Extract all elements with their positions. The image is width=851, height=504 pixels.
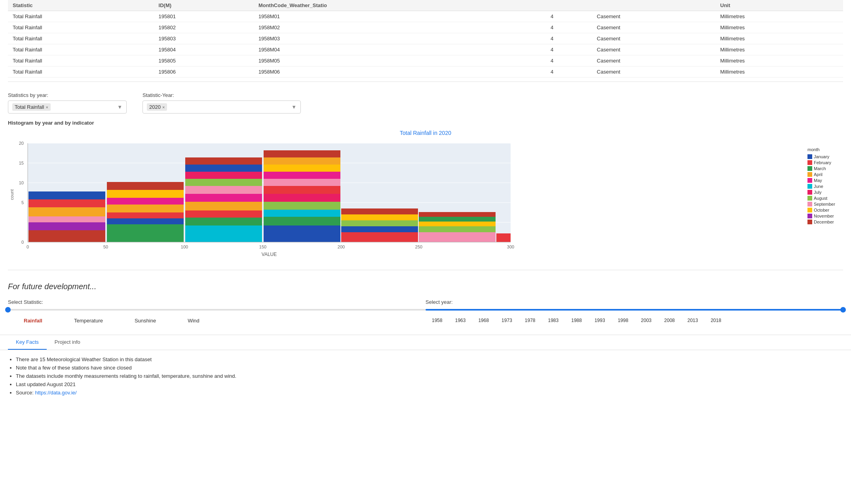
- year-slider-track[interactable]: [426, 309, 843, 311]
- histogram-label: Histogram by year and by indicator: [8, 120, 843, 126]
- statistic-year-tag-close[interactable]: ×: [162, 105, 165, 110]
- table-row: Total Rainfall1958031958M034CasementMill…: [8, 33, 843, 44]
- svg-text:150: 150: [259, 244, 266, 249]
- svg-rect-34: [185, 165, 262, 172]
- legend-month-label: July: [814, 190, 822, 195]
- svg-rect-23: [107, 198, 184, 205]
- table-cell: Millimetres: [716, 44, 843, 55]
- statistics-by-year-arrow: ▼: [117, 104, 122, 110]
- future-section: For future development... Select Statist…: [0, 274, 851, 335]
- sliders-row: Select Statistic: Rainfall Temperature S…: [8, 299, 843, 327]
- svg-rect-55: [419, 217, 496, 222]
- key-fact-item: Last updated August 2021: [16, 381, 843, 387]
- table-cell: Total Rainfall: [8, 55, 154, 66]
- table-row: Total Rainfall1958021958M024CasementMill…: [8, 22, 843, 33]
- table-cell: Total Rainfall: [8, 66, 154, 78]
- data-table: Statistic ID(M) MonthCode_Weather_Statio…: [8, 0, 843, 78]
- svg-text:300: 300: [507, 244, 514, 249]
- svg-text:50: 50: [103, 244, 108, 249]
- svg-rect-40: [264, 194, 340, 202]
- year-option[interactable]: 1993: [588, 315, 612, 326]
- svg-rect-29: [185, 202, 262, 210]
- year-option[interactable]: 1978: [519, 315, 542, 326]
- legend-swatch: [807, 184, 812, 189]
- legend-swatch: [807, 196, 812, 201]
- statistics-by-year-select[interactable]: Total Rainfall × ▼: [8, 100, 127, 114]
- legend-month-label: November: [814, 214, 834, 218]
- tab-content-key-facts: There are 15 Meteorological Weather Stat…: [0, 350, 851, 404]
- year-slider-thumb[interactable]: [840, 307, 846, 313]
- key-fact-item: Source: https://data.gov.ie/: [16, 390, 843, 396]
- year-option[interactable]: 1968: [472, 315, 495, 326]
- svg-rect-51: [341, 208, 418, 214]
- table-cell: Casement: [592, 33, 716, 44]
- svg-rect-14: [28, 222, 105, 230]
- statistic-year-tag: 2020 ×: [147, 103, 167, 111]
- year-option[interactable]: 1963: [449, 315, 472, 326]
- svg-rect-20: [107, 218, 184, 224]
- svg-rect-52: [419, 232, 496, 242]
- table-cell: Casement: [592, 11, 716, 22]
- legend-swatch: [807, 178, 812, 183]
- legend-item: December: [807, 220, 843, 224]
- year-option[interactable]: 1983: [542, 315, 565, 326]
- table-cell: Millimetres: [716, 55, 843, 66]
- legend-swatch: [807, 220, 812, 224]
- year-option[interactable]: 1998: [612, 315, 635, 326]
- table-row: Total Rainfall1958011958M014CasementMill…: [8, 11, 843, 22]
- tabs-bar: Key Facts Project info: [0, 335, 851, 350]
- legend-month-label: April: [814, 172, 823, 177]
- table-cell: 195806: [154, 66, 254, 78]
- table-cell: Millimetres: [716, 33, 843, 44]
- statistic-slider-track[interactable]: [8, 309, 426, 311]
- table-cell: 1958M06: [254, 66, 546, 78]
- divider-2: [8, 270, 843, 270]
- legend-month-label: June: [814, 184, 823, 189]
- table-cell: Total Rainfall: [8, 11, 154, 22]
- legend-item: July: [807, 190, 843, 195]
- stat-option-temperature[interactable]: Temperature: [58, 315, 119, 327]
- table-cell: 4: [546, 11, 592, 22]
- legend-month-label: October: [814, 208, 829, 212]
- svg-rect-25: [107, 182, 184, 190]
- key-fact-item: Note that a few of these stations have s…: [16, 365, 843, 371]
- year-option[interactable]: 2018: [704, 315, 728, 326]
- histogram-svg: 20 15 10 5 0 count: [8, 139, 522, 258]
- svg-text:count: count: [9, 189, 14, 200]
- year-option[interactable]: 1988: [565, 315, 588, 326]
- year-option[interactable]: 2013: [681, 315, 705, 326]
- svg-rect-35: [185, 157, 262, 165]
- year-option[interactable]: 1973: [495, 315, 519, 326]
- statistics-by-year-tag-close[interactable]: ×: [46, 105, 48, 110]
- year-option[interactable]: 1958: [426, 315, 449, 326]
- svg-rect-13: [28, 230, 105, 242]
- statistic-slider-thumb[interactable]: [5, 307, 11, 313]
- table-cell: Casement: [592, 66, 716, 78]
- year-option[interactable]: 2003: [634, 315, 658, 326]
- svg-text:0: 0: [27, 244, 29, 249]
- source-link[interactable]: https://data.gov.ie/: [35, 390, 76, 396]
- svg-rect-22: [107, 205, 184, 212]
- col-num: [546, 0, 592, 11]
- legend-item: January: [807, 154, 843, 159]
- svg-rect-28: [185, 210, 262, 218]
- svg-rect-47: [341, 232, 418, 242]
- legend-month-label: January: [814, 154, 829, 159]
- svg-rect-24: [107, 190, 184, 198]
- stat-option-wind[interactable]: Wind: [172, 315, 215, 327]
- tab-project-info[interactable]: Project info: [47, 335, 88, 350]
- tab-key-facts[interactable]: Key Facts: [8, 335, 47, 350]
- table-cell: 195804: [154, 44, 254, 55]
- year-option[interactable]: 2008: [658, 315, 681, 326]
- svg-rect-41: [264, 186, 340, 194]
- stat-option-sunshine[interactable]: Sunshine: [119, 315, 172, 327]
- legend-item: April: [807, 172, 843, 177]
- table-cell: Millimetres: [716, 22, 843, 33]
- stat-option-rainfall[interactable]: Rainfall: [8, 315, 58, 327]
- statistic-year-select[interactable]: 2020 × ▼: [142, 100, 301, 114]
- table-cell: Casement: [592, 55, 716, 66]
- statistic-year-group: Statistic-Year: 2020 × ▼: [142, 92, 301, 114]
- table-row: Total Rainfall1958041958M044CasementMill…: [8, 44, 843, 55]
- table-cell: Total Rainfall: [8, 33, 154, 44]
- svg-rect-44: [264, 165, 340, 172]
